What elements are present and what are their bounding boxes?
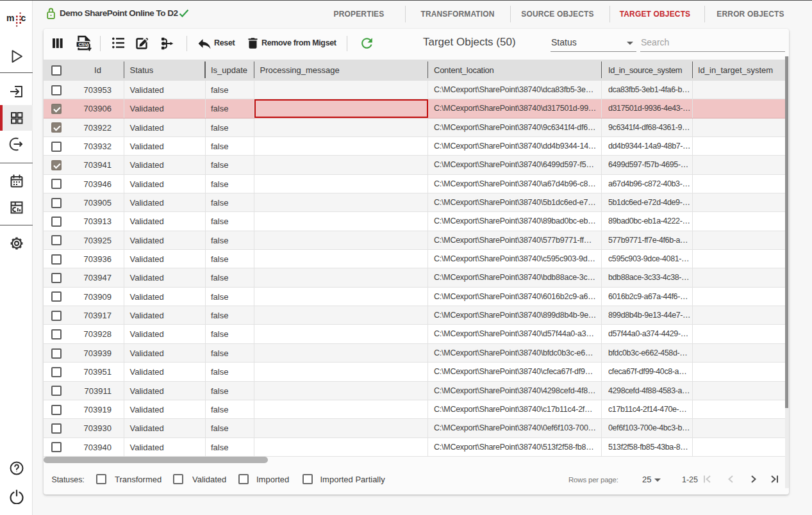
svg-text:CSV: CSV [78,42,88,47]
